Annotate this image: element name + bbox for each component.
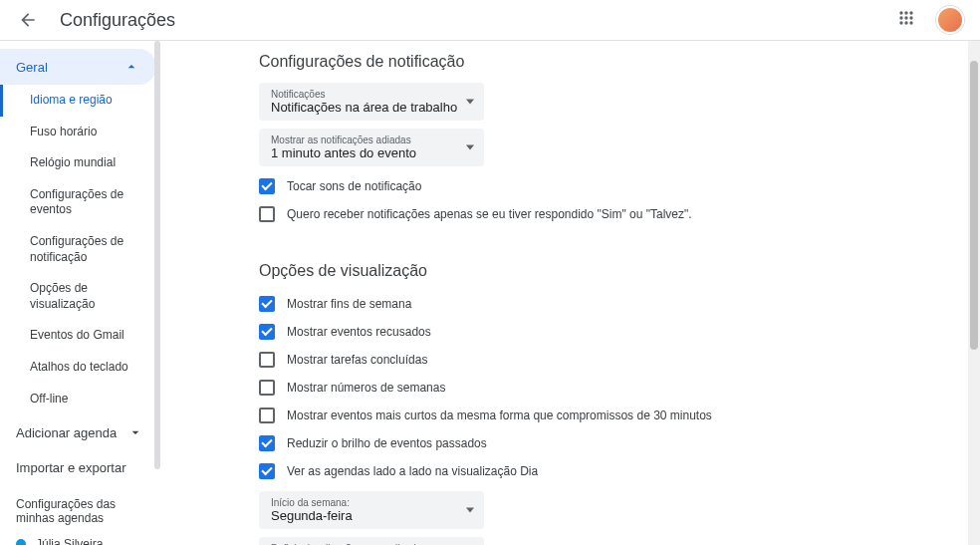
page-title: Configurações (60, 10, 175, 31)
checkbox-label: Mostrar eventos mais curtos da mesma for… (287, 409, 712, 422)
checkbox-label: Mostrar fins de semana (287, 297, 411, 311)
nav-item-timezone[interactable]: Fuso horário (0, 117, 159, 148)
nav-section-add-calendar[interactable]: Adicionar agenda (0, 414, 159, 450)
dropdown-label: Início da semana: (271, 497, 472, 508)
chevron-down-icon (466, 100, 474, 105)
section-title: Opções de visualização (259, 262, 980, 280)
chevron-up-icon (123, 59, 139, 75)
nav-item-view-options[interactable]: Opções de visualização (0, 273, 159, 320)
view-options-section: Opções de visualização Mostrar fins de s… (259, 262, 980, 545)
nav-item-import-export[interactable]: Importar e exportar (0, 450, 159, 485)
view-option-row: Mostrar eventos recusados (259, 320, 980, 344)
snooze-dropdown[interactable]: Mostrar as notificações adiadas 1 minuto… (259, 129, 484, 166)
scrollbar-thumb[interactable] (970, 61, 978, 350)
checkbox-label: Mostrar tarefas concluídas (287, 353, 427, 367)
nav-item-language[interactable]: Idioma e região (0, 85, 159, 117)
view-option-row: Mostrar fins de semana (259, 292, 980, 316)
notifications-dropdown[interactable]: Notificações Notificações na área de tra… (259, 83, 484, 121)
nav-item-notif-settings[interactable]: Configurações de notificação (0, 226, 159, 273)
custom-view-dropdown[interactable]: Definir visualização personalizada 4 dia… (259, 537, 484, 545)
checkbox-label: Ver as agendas lado a lado na visualizaç… (287, 464, 538, 478)
scrollbar-thumb[interactable] (154, 41, 160, 469)
checkbox-label: Tocar sons de notificação (287, 179, 421, 193)
view-option-row: Mostrar eventos mais curtos da mesma for… (259, 404, 980, 427)
view-option-row: Mostrar números de semanas (259, 376, 980, 400)
header: Configurações (0, 0, 980, 41)
content: Configurações de notificação Notificaçõe… (159, 41, 980, 545)
calendar-name: Júlia Silveira (36, 537, 143, 545)
apps-icon[interactable] (896, 8, 920, 32)
section-title: Configurações de notificação (259, 53, 980, 71)
view-option-checkbox[interactable] (259, 435, 275, 451)
view-option-row: Reduzir o brilho de eventos passados (259, 431, 980, 455)
view-option-row: Ver as agendas lado a lado na visualizaç… (259, 459, 980, 483)
view-option-checkbox[interactable] (259, 324, 275, 340)
nav-item-offline[interactable]: Off-line (0, 384, 159, 415)
arrow-left-icon (18, 10, 38, 30)
play-sounds-row: Tocar sons de notificação (259, 174, 980, 198)
view-option-checkbox[interactable] (259, 296, 275, 312)
only-if-responded-checkbox[interactable] (259, 206, 275, 222)
content-scrollbar[interactable] (968, 41, 980, 545)
back-button[interactable] (16, 8, 40, 32)
view-option-checkbox[interactable] (259, 380, 275, 396)
dropdown-value: Notificações na área de trabalho (271, 100, 472, 115)
sidebar-scrollbar[interactable] (154, 41, 160, 545)
nav-item-gmail-events[interactable]: Eventos do Gmail (0, 320, 159, 352)
nav-section-label: Adicionar agenda (16, 425, 117, 440)
dropdown-value: Segunda-feira (271, 508, 472, 523)
play-sounds-checkbox[interactable] (259, 178, 275, 194)
view-option-checkbox[interactable] (259, 408, 275, 423)
chevron-down-icon (466, 145, 474, 150)
nav-section-label: Importar e exportar (16, 460, 126, 475)
chevron-down-icon (127, 424, 143, 440)
user-avatar[interactable] (936, 6, 964, 34)
calendar-item[interactable]: Júlia Silveira (0, 531, 159, 545)
checkbox-label: Reduzir o brilho de eventos passados (287, 436, 487, 450)
nav-item-worldclock[interactable]: Relógio mundial (0, 147, 159, 179)
week-start-dropdown[interactable]: Início da semana: Segunda-feira (259, 491, 484, 529)
my-calendars-heading: Configurações das minhas agendas (0, 485, 159, 531)
nav-section-general[interactable]: Geral (0, 49, 155, 85)
nav-item-event-settings[interactable]: Configurações de eventos (0, 179, 159, 226)
only-if-responded-row: Quero receber notificações apenas se eu … (259, 202, 980, 226)
dropdown-label: Notificações (271, 89, 472, 100)
view-option-checkbox[interactable] (259, 463, 275, 479)
checkbox-label: Quero receber notificações apenas se eu … (287, 207, 692, 221)
nav-section-label: Geral (16, 60, 48, 75)
nav-item-shortcuts[interactable]: Atalhos do teclado (0, 352, 159, 384)
view-option-checkbox[interactable] (259, 352, 275, 368)
checkbox-label: Mostrar números de semanas (287, 381, 445, 395)
dropdown-value: 1 minuto antes do evento (271, 145, 472, 160)
chevron-down-icon (466, 508, 474, 513)
notification-section: Configurações de notificação Notificaçõe… (259, 53, 980, 226)
calendar-color-dot (16, 539, 26, 545)
checkbox-label: Mostrar eventos recusados (287, 325, 431, 339)
dropdown-label: Mostrar as notificações adiadas (271, 135, 472, 145)
view-option-row: Mostrar tarefas concluídas (259, 348, 980, 372)
sidebar: Geral Idioma e região Fuso horário Relóg… (0, 41, 159, 545)
